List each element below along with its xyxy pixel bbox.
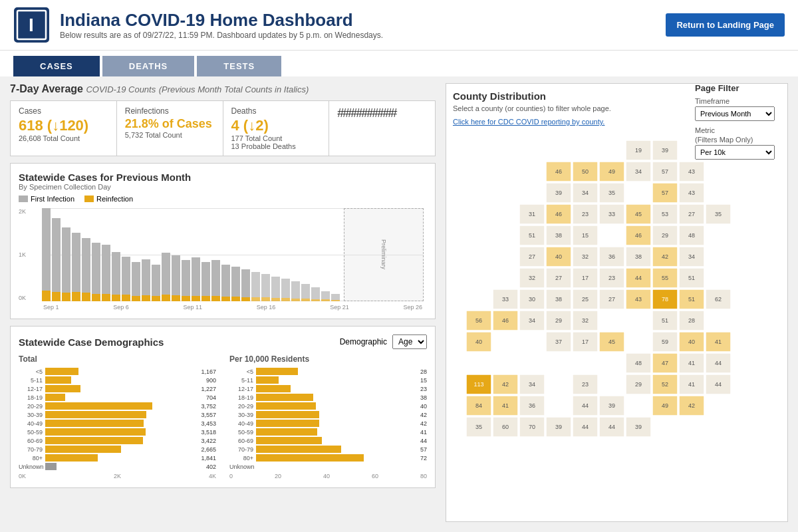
total-bar-row: Unknown 402 <box>19 463 216 470</box>
svg-text:32: 32 <box>582 317 589 324</box>
per10k-axis-60: 60 <box>372 473 378 479</box>
svg-text:62: 62 <box>715 296 722 303</box>
per10k-axis-0: 0 <box>229 473 233 479</box>
per10k-bar-row: 30-39 42 <box>229 411 427 418</box>
metric-sublabel: (Filters Map Only) <box>695 136 788 144</box>
per10k-axis-40: 40 <box>323 473 330 479</box>
total-bar-row: 80+ 1,841 <box>19 454 216 462</box>
svg-text:36: 36 <box>529 402 535 409</box>
indiana-map: 19 39 46 50 49 34 57 <box>453 134 781 456</box>
x-label-sep16: Sep 16 <box>257 304 276 311</box>
svg-text:34: 34 <box>529 317 535 324</box>
svg-text:23: 23 <box>582 211 589 217</box>
reinfection-legend-box <box>84 196 94 202</box>
x-label-sep1: Sep 1 <box>43 304 59 311</box>
chart-title: Statewide Cases for Previous Month <box>19 172 427 183</box>
svg-text:32: 32 <box>529 275 535 281</box>
svg-text:45: 45 <box>635 211 642 217</box>
per10k-bar-row: 60-69 44 <box>229 437 427 444</box>
total-bar-row: 60-69 3,422 <box>19 437 216 444</box>
svg-text:27: 27 <box>555 275 562 281</box>
per10k-bar-row: 12-17 23 <box>229 385 427 392</box>
total-bar-row: 40-49 3,453 <box>19 420 216 427</box>
svg-text:39: 39 <box>662 147 668 154</box>
svg-text:113: 113 <box>473 381 483 388</box>
svg-text:27: 27 <box>608 296 615 303</box>
svg-text:42: 42 <box>662 253 668 260</box>
svg-text:15: 15 <box>582 232 589 239</box>
total-chart: Total <5 1,1675-11 90012-17 1,22718-19 7… <box>19 354 216 479</box>
return-button[interactable]: Return to Landing Page <box>666 13 785 37</box>
svg-text:49: 49 <box>662 402 668 409</box>
svg-text:38: 38 <box>555 232 562 239</box>
svg-text:39: 39 <box>555 424 562 430</box>
per10k-axis-80: 80 <box>420 473 427 479</box>
svg-text:57: 57 <box>662 168 668 175</box>
timeframe-select[interactable]: Previous Month <box>695 106 775 121</box>
svg-text:40: 40 <box>688 338 695 345</box>
per10k-bar-row: Unknown <box>229 463 427 470</box>
reinfections-value: 21.8% of Cases <box>125 117 215 131</box>
per10k-chart: Per 10,000 Residents <5 285-11 1512-17 2… <box>229 354 427 479</box>
demographic-select[interactable]: Age <box>392 334 427 349</box>
seven-day-title: 7-Day Average COVID-19 Counts (Previous … <box>10 83 436 95</box>
reinfections-stat: Reinfections 21.8% of Cases 5,732 Total … <box>117 101 223 156</box>
svg-text:34: 34 <box>582 190 589 196</box>
per10k-bar-row: 40-49 42 <box>229 420 427 427</box>
cases-label: Cases <box>19 106 108 116</box>
deaths-sub2: 13 Probable Deaths <box>231 142 321 150</box>
metric-select[interactable]: Per 10k <box>695 145 775 160</box>
svg-text:47: 47 <box>662 360 668 366</box>
first-infection-legend-label: First Infection <box>31 195 74 203</box>
hash-stat: ########### <box>329 101 435 156</box>
svg-text:52: 52 <box>662 381 668 388</box>
svg-text:38: 38 <box>555 296 562 303</box>
svg-text:38: 38 <box>635 253 642 260</box>
first-infection-legend-box <box>19 196 28 202</box>
tab-tests[interactable]: TESTS <box>197 56 281 76</box>
deaths-label: Deaths <box>231 106 321 116</box>
svg-text:34: 34 <box>688 253 695 260</box>
svg-text:59: 59 <box>662 338 668 345</box>
legend-first-infection: First Infection <box>19 195 74 203</box>
svg-text:35: 35 <box>475 424 482 430</box>
svg-text:44: 44 <box>608 424 615 430</box>
statewide-chart-section: Statewide Cases for Previous Month By Sp… <box>10 163 436 319</box>
svg-text:31: 31 <box>529 211 535 217</box>
svg-text:51: 51 <box>688 296 695 303</box>
svg-text:34: 34 <box>635 168 642 175</box>
svg-text:41: 41 <box>688 381 695 388</box>
svg-text:39: 39 <box>555 190 562 196</box>
svg-text:17: 17 <box>582 338 589 345</box>
svg-text:51: 51 <box>688 275 695 281</box>
svg-text:41: 41 <box>502 402 509 409</box>
svg-text:43: 43 <box>688 168 695 175</box>
hash-value: ########### <box>337 106 427 120</box>
svg-text:29: 29 <box>555 317 562 324</box>
svg-text:17: 17 <box>582 275 589 281</box>
per10k-bar-row: 50-59 41 <box>229 428 427 436</box>
svg-text:27: 27 <box>688 211 695 217</box>
svg-text:45: 45 <box>608 338 615 345</box>
per10k-bar-row: 70-79 57 <box>229 446 427 453</box>
svg-text:51: 51 <box>662 317 668 324</box>
total-bar-row: 70-79 2,665 <box>19 446 216 453</box>
tab-cases[interactable]: CASES <box>13 56 100 76</box>
svg-text:56: 56 <box>475 317 482 324</box>
deaths-sub1: 177 Total Count <box>231 134 321 142</box>
svg-text:84: 84 <box>475 402 482 409</box>
total-axis-4k: 4K <box>209 473 216 479</box>
svg-text:46: 46 <box>555 168 562 175</box>
svg-text:42: 42 <box>502 381 509 388</box>
per10k-bar-row: 80+ 72 <box>229 454 427 462</box>
x-label-sep26: Sep 26 <box>403 304 422 311</box>
total-bar-row: 18-19 704 <box>19 394 216 401</box>
x-label-sep21: Sep 21 <box>330 304 349 311</box>
cdc-link[interactable]: Click here for CDC COVID reporting by co… <box>453 118 604 126</box>
svg-text:44: 44 <box>582 424 589 430</box>
svg-text:35: 35 <box>608 190 615 196</box>
tab-deaths[interactable]: DEATHS <box>102 56 194 76</box>
per10k-bar-row: 5-11 15 <box>229 376 427 384</box>
svg-text:39: 39 <box>608 402 615 409</box>
svg-text:29: 29 <box>635 381 642 388</box>
